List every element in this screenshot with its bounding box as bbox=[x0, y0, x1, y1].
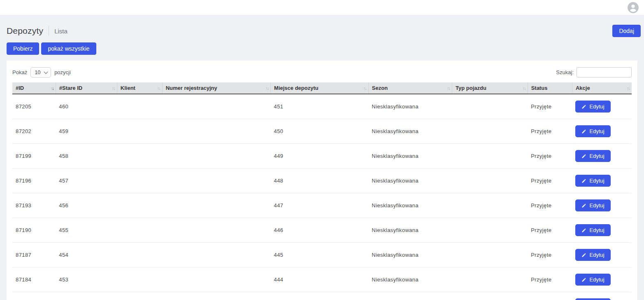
cell-akcje: Edytuj bbox=[572, 144, 632, 169]
cell-klient bbox=[117, 267, 162, 292]
cell-miejsce_depozytu: 448 bbox=[271, 169, 369, 193]
edit-button-label: Edytuj bbox=[589, 178, 604, 183]
cell-klient bbox=[117, 119, 162, 144]
title-separator bbox=[49, 26, 49, 36]
column-header-id[interactable]: #ID↑↓ bbox=[12, 82, 56, 94]
page-header: Depozyty Lista Dodaj bbox=[0, 16, 644, 37]
cell-stare_id: 459 bbox=[56, 119, 117, 144]
edit-button[interactable]: Edytuj bbox=[575, 298, 610, 300]
page-length-label: Pokaż bbox=[12, 69, 27, 75]
cell-sezon: Niesklasyfikowana bbox=[368, 218, 452, 243]
cell-numer_rejestracyjny bbox=[162, 193, 270, 218]
column-header-stare_id[interactable]: #Stare ID↑↓ bbox=[56, 82, 117, 94]
edit-button[interactable]: Edytuj bbox=[575, 199, 610, 211]
cell-akcje: Edytuj bbox=[572, 193, 632, 218]
column-label: Status bbox=[531, 85, 548, 91]
edit-button[interactable]: Edytuj bbox=[575, 224, 610, 236]
sort-icon: ↑↓ bbox=[265, 86, 268, 91]
table-row: 87202459450NiesklasyfikowanaPrzyjęteEdyt… bbox=[12, 119, 632, 144]
pencil-icon bbox=[581, 203, 586, 208]
column-header-miejsce_depozytu[interactable]: Miejsce depozytu↑↓ bbox=[271, 82, 369, 94]
page-length-control: Pokaż 10 pozycji bbox=[12, 67, 71, 77]
cell-status: Przyjęte bbox=[528, 144, 572, 169]
edit-button-label: Edytuj bbox=[589, 129, 604, 134]
edit-button[interactable]: Edytuj bbox=[575, 249, 610, 261]
cell-id: 87190 bbox=[12, 218, 56, 243]
cell-numer_rejestracyjny bbox=[162, 292, 270, 300]
column-header-klient[interactable]: Klient↑↓ bbox=[117, 82, 162, 94]
cell-klient bbox=[117, 292, 162, 300]
column-label: Klient bbox=[121, 85, 135, 91]
pencil-icon bbox=[581, 253, 586, 258]
sort-icon: ↑↓ bbox=[157, 86, 160, 91]
cell-id: 87184 bbox=[12, 267, 56, 292]
cell-typ_pojazdu bbox=[452, 193, 528, 218]
sort-icon: ↑↓ bbox=[51, 86, 53, 91]
cell-status: Przyjęte bbox=[528, 243, 572, 267]
cell-numer_rejestracyjny bbox=[162, 267, 270, 292]
edit-button-label: Edytuj bbox=[589, 252, 604, 258]
pencil-icon bbox=[581, 277, 586, 282]
column-label: Akcje bbox=[576, 85, 590, 91]
search-input[interactable] bbox=[577, 67, 632, 77]
user-avatar[interactable] bbox=[628, 2, 639, 13]
user-avatar-icon bbox=[628, 2, 639, 13]
column-header-sezon[interactable]: Sezon↑↓ bbox=[368, 82, 452, 94]
edit-button[interactable]: Edytuj bbox=[575, 175, 610, 187]
top-navbar bbox=[0, 0, 644, 16]
cell-sezon: Niesklasyfikowana bbox=[368, 119, 452, 144]
search-control: Szukaj: bbox=[556, 67, 632, 77]
cell-sezon: Niesklasyfikowana bbox=[368, 94, 452, 119]
column-header-akcje[interactable]: Akcje↑↓ bbox=[572, 82, 632, 94]
download-button[interactable]: Pobierz bbox=[7, 42, 39, 55]
edit-button[interactable]: Edytuj bbox=[575, 101, 610, 112]
column-header-numer_rejestracyjny[interactable]: Numer rejestracyjny↑↓ bbox=[162, 82, 270, 94]
table-row: 87187454445NiesklasyfikowanaPrzyjęteEdyt… bbox=[12, 243, 632, 267]
cell-numer_rejestracyjny bbox=[162, 119, 270, 144]
cell-status: Przyjęte bbox=[528, 193, 572, 218]
show-all-button[interactable]: pokaż wszystkie bbox=[41, 42, 96, 55]
edit-button[interactable]: Edytuj bbox=[575, 125, 610, 137]
cell-klient bbox=[117, 218, 162, 243]
cell-akcje: Edytuj bbox=[572, 119, 632, 144]
cell-miejsce_depozytu: 449 bbox=[271, 144, 369, 169]
pencil-icon bbox=[581, 178, 586, 183]
pencil-icon bbox=[581, 228, 586, 233]
edit-button[interactable]: Edytuj bbox=[575, 274, 610, 286]
edit-button[interactable]: Edytuj bbox=[575, 150, 610, 162]
column-header-status: Status bbox=[528, 82, 572, 94]
add-button[interactable]: Dodaj bbox=[612, 25, 641, 37]
table-head: #ID↑↓#Stare ID↑↓Klient↑↓Numer rejestracy… bbox=[12, 82, 632, 94]
table-row: 87196457448NiesklasyfikowanaPrzyjęteEdyt… bbox=[12, 169, 632, 193]
table-row: 87205460451NiesklasyfikowanaPrzyjęteEdyt… bbox=[12, 94, 632, 119]
cell-akcje: Edytuj bbox=[572, 169, 632, 193]
table-row: 87199458449NiesklasyfikowanaPrzyjęteEdyt… bbox=[12, 144, 632, 169]
cell-status: Przyjęte bbox=[528, 119, 572, 144]
cell-numer_rejestracyjny bbox=[162, 218, 270, 243]
table-header-row: #ID↑↓#Stare ID↑↓Klient↑↓Numer rejestracy… bbox=[12, 82, 632, 94]
edit-button-label: Edytuj bbox=[589, 153, 604, 159]
table-row: 87190455446NiesklasyfikowanaPrzyjęteEdyt… bbox=[12, 218, 632, 243]
pencil-icon bbox=[581, 129, 586, 134]
column-header-typ_pojazdu[interactable]: Typ pojazdu↑↓ bbox=[452, 82, 528, 94]
cell-klient bbox=[117, 243, 162, 267]
table-row: 87193456447NiesklasyfikowanaPrzyjęteEdyt… bbox=[12, 193, 632, 218]
page-title: Depozyty bbox=[7, 26, 43, 36]
cell-numer_rejestracyjny bbox=[162, 94, 270, 119]
cell-akcje: Edytuj bbox=[572, 94, 632, 119]
cell-stare_id: 452 bbox=[56, 292, 117, 300]
cell-id: 87199 bbox=[12, 144, 56, 169]
cell-akcje: Edytuj bbox=[572, 267, 632, 292]
cell-klient bbox=[117, 144, 162, 169]
cell-akcje: Edytuj bbox=[572, 243, 632, 267]
edit-button-label: Edytuj bbox=[589, 277, 604, 282]
edit-button-label: Edytuj bbox=[589, 227, 604, 233]
table-row: 87181452443NiesklasyfikowanaPrzyjęteEdyt… bbox=[12, 292, 632, 300]
breadcrumb: Lista bbox=[54, 28, 67, 35]
page-length-select[interactable]: 10 bbox=[30, 67, 51, 77]
sort-icon: ↑↓ bbox=[447, 86, 450, 91]
cell-stare_id: 454 bbox=[56, 243, 117, 267]
column-label: Typ pojazdu bbox=[456, 85, 486, 91]
cell-sezon: Niesklasyfikowana bbox=[368, 267, 452, 292]
edit-button-label: Edytuj bbox=[589, 104, 604, 109]
